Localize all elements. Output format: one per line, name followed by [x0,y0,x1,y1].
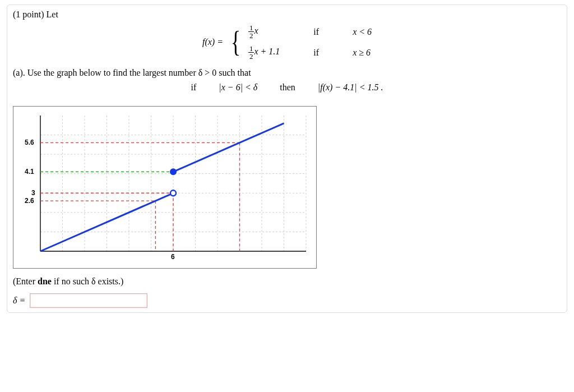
cond-rhs: |f(x) − 4.1| < 1.5 . [318,82,383,93]
problem-container: (1 point) Let f(x) = { 12x if x < 6 12x … [7,4,567,313]
cond-lhs: |x − 6| < δ [219,82,257,93]
ytick-5-6: 5.6 [25,139,34,146]
hint-post: if no such δ exists.) [52,276,123,286]
let-label: Let [47,10,58,19]
open-point-icon [170,190,176,196]
xtick-6: 6 [171,253,175,261]
function-definition: f(x) = { 12x if x < 6 12x + 1.1 if x ≥ 6 [13,24,561,60]
case2-expr: 12x + 1.1 [248,45,280,60]
cond-if: if [191,82,197,93]
guides-red-h [40,142,240,201]
graph-svg: 5.6 4.1 3 2.6 6 [13,107,316,268]
function-lhs: f(x) = [202,37,223,47]
ytick-2-6: 2.6 [25,197,34,205]
hint-pre: (Enter [13,276,38,286]
case2-cond: x ≥ 6 [353,48,372,58]
hint-text: (Enter dne if no such δ exists.) [13,276,561,287]
hint-kw: dne [38,276,52,286]
svg-line-27 [173,123,284,172]
ytick-3: 3 [31,189,35,197]
case2-if: if [313,48,319,58]
piecewise-cases: 12x if x < 6 12x + 1.1 if x ≥ 6 [248,24,372,60]
graph: 5.6 4.1 3 2.6 6 [13,106,317,269]
guides-red-v [155,142,239,251]
answer-row: δ = [13,293,561,308]
brace-icon: { [231,29,240,56]
problem-header: (1 point) Let [13,10,561,20]
closed-point-icon [170,169,176,174]
cond-then: then [280,82,295,93]
svg-line-26 [40,193,173,251]
points-label: (1 point) [13,10,44,19]
delta-input[interactable] [30,293,147,308]
case1-cond: x < 6 [353,27,372,37]
case1-expr: 12x [248,24,280,39]
part-a-text: (a). Use the graph below to find the lar… [13,68,561,78]
delta-condition: if |x − 6| < δ then |f(x) − 4.1| < 1.5 . [13,82,561,93]
ytick-4-1: 4.1 [25,168,34,176]
answer-label: δ = [13,296,25,306]
case1-if: if [313,27,319,37]
tick-labels: 5.6 4.1 3 2.6 6 [25,139,175,261]
